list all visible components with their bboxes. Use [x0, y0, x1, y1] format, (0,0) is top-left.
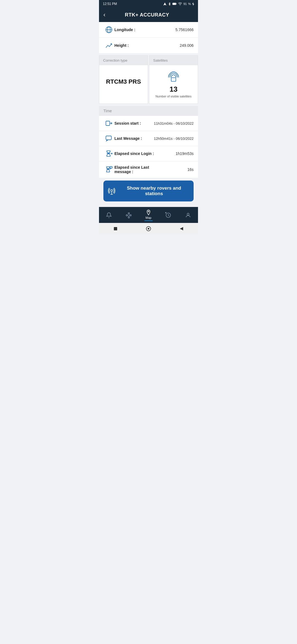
svg-rect-22 — [130, 215, 131, 216]
session-start-row: Session start : 11h31m04s - 06/10/2022 — [99, 116, 198, 131]
time-section-label: Time — [99, 106, 198, 116]
svg-rect-17 — [110, 167, 112, 168]
nav-notifications[interactable] — [99, 212, 119, 218]
svg-marker-35 — [180, 227, 183, 230]
session-start-label: Session start : — [114, 121, 154, 125]
back-button[interactable]: ‹ — [103, 11, 105, 18]
correction-type-value: RTCM3 PRS — [106, 78, 141, 85]
elapsed-last-msg-row: Elapsed since Last message : 16s — [99, 161, 198, 178]
elapsed-login-icon — [103, 150, 114, 157]
last-message-row: Last Message : 12h50m41s - 06/10/2022 — [99, 131, 198, 146]
elapsed-last-msg-label: Elapsed since Last message : — [114, 165, 187, 174]
nav-profile[interactable] — [178, 212, 198, 218]
correction-type-card: Correction type RTCM3 PRS — [99, 55, 148, 104]
svg-marker-4 — [192, 2, 194, 6]
height-icon — [103, 42, 114, 49]
status-bar: 12:51 PM 91 % — [99, 0, 198, 8]
system-nav-bar — [99, 223, 198, 234]
longitude-label: Longitude : — [114, 28, 175, 32]
nav-connections[interactable] — [119, 212, 139, 218]
elapsed-last-msg-icon — [103, 166, 114, 173]
coordinates-card: Longitude : 5.7561666 Height : 249.006 — [99, 22, 198, 53]
height-label: Height : — [114, 43, 180, 48]
square-icon — [113, 227, 118, 231]
battery-percent: 91 — [183, 2, 187, 6]
battery-icon — [172, 2, 177, 5]
satellites-section-label: Satellites — [149, 56, 198, 65]
charging-icon — [192, 2, 194, 6]
svg-rect-24 — [128, 217, 130, 218]
sys-square-button[interactable] — [112, 226, 119, 232]
nav-map[interactable]: Map — [139, 209, 158, 221]
wifi-icon — [178, 2, 182, 6]
bottom-nav: Map — [99, 207, 198, 223]
bluetooth-icon — [168, 2, 171, 6]
svg-rect-32 — [114, 227, 117, 230]
svg-point-31 — [187, 213, 189, 215]
show-nearby-label: Show nearby rovers and stations — [119, 185, 189, 197]
satellite-signal-icon — [167, 71, 180, 83]
main-content: Longitude : 5.7561666 Height : 249.006 C… — [99, 22, 198, 207]
header: ‹ RTK+ ACCURACY — [99, 8, 198, 22]
nav-history[interactable] — [158, 212, 178, 218]
page-title: RTK+ ACCURACY — [109, 12, 185, 18]
elapsed-login-value: 1h19m53s — [176, 151, 194, 156]
longitude-value: 5.7561666 — [175, 28, 194, 32]
svg-point-29 — [148, 211, 149, 212]
navigation-icon — [163, 2, 167, 6]
tower-icon — [108, 187, 116, 195]
svg-point-34 — [148, 228, 149, 230]
history-icon — [165, 212, 171, 218]
svg-rect-11 — [106, 136, 111, 140]
correction-type-section-label: Correction type — [99, 56, 148, 65]
sys-back-button[interactable] — [178, 226, 185, 232]
time-card: Time Session start : 11h31m04s - 06/10/2… — [99, 106, 198, 178]
elapsed-login-row: Elapsed since Login : 1h19m53s — [99, 146, 198, 161]
last-message-label: Last Message : — [114, 136, 154, 141]
satellites-content: 13 Number of visible satellites — [149, 65, 198, 103]
longitude-row: Longitude : 5.7561666 — [99, 22, 198, 38]
bell-icon — [106, 212, 112, 218]
correction-satellites-section: Correction type RTCM3 PRS Satellites — [99, 55, 198, 104]
satellites-card: Satellites 13 Number of — [149, 55, 198, 104]
svg-rect-8 — [171, 78, 176, 81]
status-icons: 91 % — [163, 2, 194, 6]
svg-rect-21 — [126, 215, 128, 216]
svg-point-3 — [180, 5, 180, 6]
svg-rect-9 — [106, 121, 110, 125]
status-time: 12:51 PM — [103, 2, 117, 6]
correction-type-content: RTCM3 PRS — [99, 65, 148, 98]
svg-rect-23 — [128, 213, 130, 214]
last-message-value: 12h50m41s - 06/10/2022 — [154, 137, 194, 141]
height-value: 249.006 — [180, 43, 194, 48]
elapsed-last-msg-value: 16s — [187, 167, 194, 172]
show-nearby-button[interactable]: Show nearby rovers and stations — [103, 181, 194, 201]
nav-map-label: Map — [145, 216, 151, 219]
session-start-value: 11h31m04s - 06/10/2022 — [154, 121, 194, 125]
last-message-icon — [103, 135, 114, 142]
satellites-count: 13 — [170, 85, 178, 94]
satellites-label: Number of visible satellites — [156, 95, 192, 98]
elapsed-login-label: Elapsed since Login : — [114, 151, 176, 156]
connections-icon — [126, 212, 132, 218]
back-triangle-icon — [179, 226, 184, 231]
map-icon — [145, 209, 152, 215]
longitude-icon — [103, 26, 114, 34]
svg-point-18 — [111, 190, 113, 192]
svg-rect-1 — [173, 3, 176, 5]
profile-icon — [185, 212, 191, 218]
sys-home-button[interactable] — [145, 226, 152, 232]
height-row: Height : 249.006 — [99, 38, 198, 53]
session-start-icon — [103, 120, 114, 127]
home-circle-icon — [146, 226, 151, 231]
